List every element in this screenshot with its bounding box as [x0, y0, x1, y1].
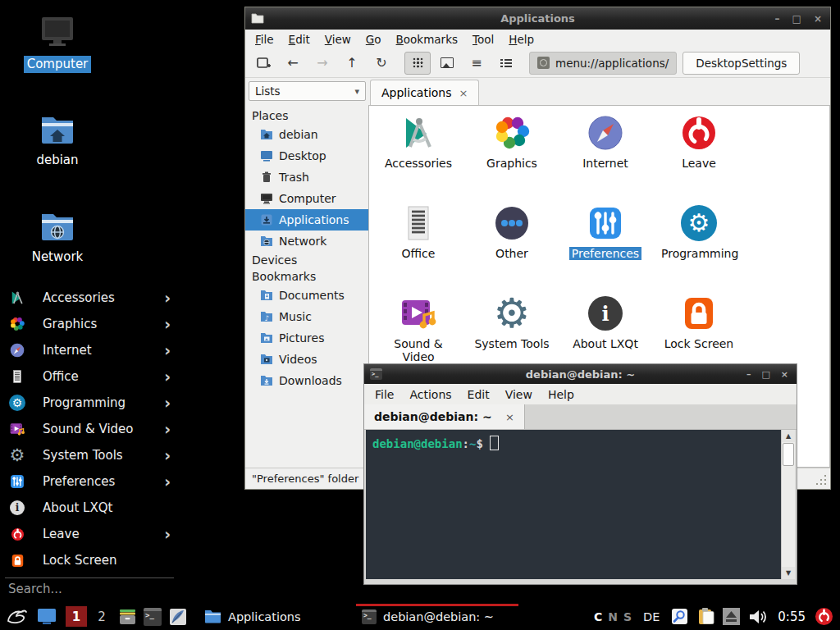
- terminal-tab[interactable]: debian@debian: ~ ×: [364, 404, 525, 429]
- lists-combobox[interactable]: Lists ▾: [249, 81, 366, 101]
- sidebar-item-music[interactable]: ♪ Music: [245, 306, 368, 327]
- minimize-button[interactable]: –: [746, 369, 751, 380]
- path-crumb-desktopsettings[interactable]: DesktopSettings: [682, 52, 800, 75]
- terminal-titlebar[interactable]: >_ debian@debian: ~ – □ ×: [364, 364, 797, 384]
- task-terminal[interactable]: >_ debian@debian: ~: [356, 603, 518, 630]
- new-window-button[interactable]: [250, 52, 276, 75]
- app-category-graphics[interactable]: Graphics: [465, 113, 559, 170]
- term-menu-actions[interactable]: Actions: [409, 388, 451, 401]
- fm-menu-file[interactable]: File: [255, 33, 274, 46]
- app-category-leave[interactable]: Leave: [652, 113, 746, 170]
- eject-tray-icon[interactable]: [723, 608, 740, 625]
- maximize-button[interactable]: □: [792, 13, 801, 25]
- close-button[interactable]: ×: [814, 13, 822, 25]
- detailed-view-button[interactable]: [493, 52, 519, 75]
- app-category-preferences[interactable]: Preferences: [559, 203, 652, 260]
- term-menu-file[interactable]: File: [375, 388, 394, 401]
- sidebar-item-applications[interactable]: Applications: [245, 209, 368, 231]
- tab-applications[interactable]: Applications ×: [370, 80, 479, 105]
- terminal-screen[interactable]: debian@debian:~$: [366, 430, 781, 579]
- term-menu-help[interactable]: Help: [548, 388, 574, 401]
- clipboard-tray-icon[interactable]: [696, 607, 715, 626]
- sidebar-item-debian[interactable]: debian: [245, 124, 368, 145]
- screenshot-tray-icon[interactable]: [670, 607, 689, 626]
- menu-item-sound-video[interactable]: Sound & Video ›: [0, 416, 179, 442]
- resize-grip[interactable]: [815, 474, 827, 486]
- desktop-icon-network[interactable]: Network: [20, 211, 95, 266]
- app-category-accessories[interactable]: Accessories: [372, 113, 465, 170]
- app-category-system-tools[interactable]: ⚙ System Tools: [465, 294, 559, 350]
- menu-item-graphics[interactable]: Graphics ›: [0, 311, 179, 337]
- app-category-office[interactable]: Office: [372, 203, 465, 260]
- lxqt-menu-button[interactable]: [6, 607, 28, 627]
- menu-item-preferences[interactable]: Preferences ›: [0, 468, 179, 495]
- featherpad-launcher[interactable]: [169, 608, 187, 626]
- app-category-programming[interactable]: ⚙ Programming: [652, 203, 746, 260]
- task-applications[interactable]: Applications: [199, 603, 356, 630]
- path-bar[interactable]: menu://applications/: [529, 52, 677, 75]
- scrollbar-thumb[interactable]: [783, 443, 794, 466]
- menu-item-programming[interactable]: ⚙ Programming ›: [0, 390, 179, 416]
- volume-tray-icon[interactable]: [748, 609, 768, 625]
- menu-item-about-lxqt[interactable]: i About LXQt: [0, 495, 179, 521]
- kbd-indicator-caps[interactable]: C: [594, 610, 602, 623]
- sidebar-item-pictures[interactable]: Pictures: [245, 327, 368, 349]
- fm-menu-go[interactable]: Go: [366, 33, 381, 46]
- forward-button[interactable]: →: [309, 52, 336, 75]
- terminal-launcher[interactable]: >_: [144, 608, 162, 626]
- reload-button[interactable]: ↻: [368, 52, 395, 75]
- keyboard-layout-indicator[interactable]: DE: [643, 610, 660, 623]
- minimize-button[interactable]: –: [775, 13, 780, 25]
- sidebar-item-network[interactable]: Network: [245, 231, 368, 252]
- menu-item-leave[interactable]: Leave ›: [0, 521, 179, 547]
- sidebar-item-desktop[interactable]: Desktop: [245, 145, 368, 167]
- app-category-lock-screen[interactable]: Lock Screen: [652, 294, 746, 350]
- clock[interactable]: 0:55: [778, 609, 806, 624]
- app-category-internet[interactable]: Internet: [559, 113, 652, 170]
- term-menu-view[interactable]: View: [505, 388, 532, 401]
- fm-titlebar[interactable]: Applications – □ ×: [245, 7, 830, 30]
- menu-item-internet[interactable]: Internet ›: [0, 337, 179, 363]
- fm-menu-bookmarks[interactable]: Bookmarks: [396, 33, 458, 46]
- up-button[interactable]: ↑: [339, 52, 365, 75]
- tab-close-icon[interactable]: ×: [505, 411, 514, 423]
- fm-menu-edit[interactable]: Edit: [289, 33, 310, 46]
- terminal-scrollbar[interactable]: ▲ ▼: [781, 430, 795, 579]
- fm-menu-help[interactable]: Help: [509, 33, 534, 46]
- kbd-indicator-scroll[interactable]: S: [623, 610, 632, 623]
- scroll-up-icon[interactable]: ▲: [782, 430, 795, 442]
- term-menu-edit[interactable]: Edit: [468, 388, 490, 401]
- leave-tray-button[interactable]: [815, 607, 833, 626]
- fm-menu-view[interactable]: View: [325, 33, 351, 46]
- kbd-indicator-num[interactable]: N: [608, 610, 618, 623]
- sidebar-item-downloads[interactable]: Downloads: [245, 370, 368, 391]
- desktop-icon-debian[interactable]: debian: [20, 114, 95, 169]
- sidebar-item-computer[interactable]: Computer: [245, 188, 368, 209]
- sidebar-item-documents[interactable]: Documents: [245, 285, 368, 306]
- compact-view-button[interactable]: ≡: [463, 52, 490, 75]
- app-category-about-lxqt[interactable]: i About LXQt: [559, 294, 652, 350]
- maximize-button[interactable]: □: [761, 369, 769, 380]
- menu-item-accessories[interactable]: Accessories ›: [0, 285, 179, 311]
- close-button[interactable]: ×: [781, 369, 788, 380]
- search-input[interactable]: [7, 581, 171, 597]
- back-button[interactable]: ←: [280, 52, 306, 75]
- menu-item-office[interactable]: Office ›: [0, 363, 179, 390]
- app-category-other[interactable]: Other: [465, 203, 559, 260]
- sidebar-item-trash[interactable]: Trash: [245, 167, 368, 188]
- workspace-2-button[interactable]: 2: [96, 609, 107, 624]
- menu-item-system-tools[interactable]: ⚙ System Tools ›: [0, 442, 179, 468]
- desktop-icon-computer[interactable]: Computer: [20, 15, 95, 73]
- thumbnail-view-button[interactable]: [434, 52, 460, 75]
- icon-view-button[interactable]: [404, 52, 431, 75]
- sidebar-item-videos[interactable]: Videos: [245, 349, 368, 370]
- menu-item-lock-screen[interactable]: Lock Screen: [0, 547, 179, 573]
- workspace-1-button[interactable]: 1: [66, 606, 87, 627]
- fm-menu-tool[interactable]: Tool: [472, 33, 494, 46]
- file-manager-launcher[interactable]: [118, 608, 137, 626]
- scroll-down-icon[interactable]: ▼: [782, 567, 795, 579]
- tab-close-icon[interactable]: ×: [459, 87, 468, 99]
- show-desktop-button[interactable]: [37, 608, 57, 625]
- tab-label: debian@debian: ~: [374, 410, 492, 423]
- app-category-sound-video[interactable]: Sound & Video: [372, 294, 465, 363]
